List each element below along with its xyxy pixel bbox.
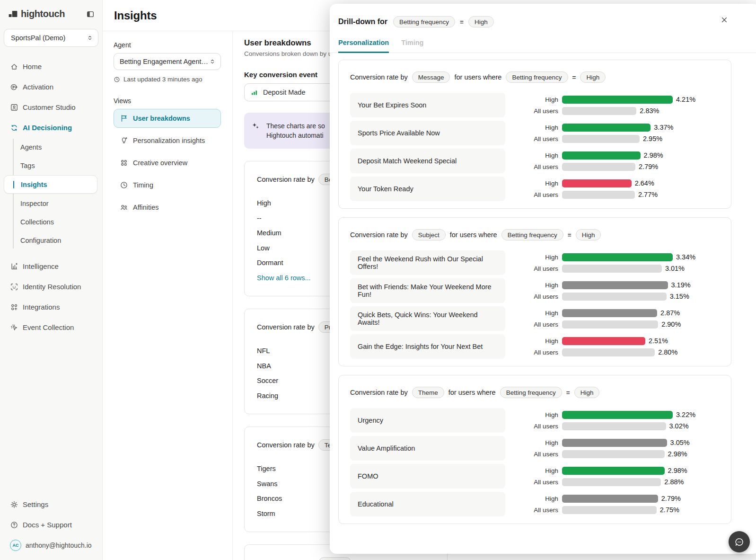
- sidebar-subitem-inspector[interactable]: Inspector: [0, 194, 102, 213]
- by-dimension-pill[interactable]: Theme: [412, 387, 444, 398]
- drilldown-card-message: Conversion rate by Message for users whe…: [338, 60, 731, 209]
- agent-label: Agent: [114, 41, 221, 49]
- primary-bar: [562, 467, 665, 475]
- primary-series-label: High: [524, 495, 558, 502]
- baseline-bar: [562, 163, 635, 171]
- view-item-personalization-insights[interactable]: Personalization insights: [114, 131, 221, 150]
- where-pill[interactable]: Betting frequency: [506, 71, 568, 83]
- primary-series-label: High: [524, 338, 558, 345]
- view-bulb-icon: [120, 136, 128, 145]
- sidebar-footer-item-label: anthony@hightouch.io: [26, 542, 92, 549]
- sidebar-item-label: Intelligence: [23, 262, 59, 270]
- view-item-label: Creative overview: [133, 159, 187, 167]
- tab-personalization[interactable]: Personalization: [338, 39, 389, 53]
- by-dimension-pill[interactable]: Subject: [412, 229, 446, 240]
- primary-bar: [562, 337, 645, 345]
- baseline-bar: [562, 191, 635, 199]
- baseline-bar: [562, 422, 666, 430]
- chat-bubble-icon: [734, 536, 745, 548]
- chart-row-bars: High 2.51% All users 2.80%: [524, 337, 677, 356]
- views-list: User breakdownsPersonalization insightsC…: [114, 109, 221, 217]
- sidebar-item-integrations[interactable]: Integrations: [0, 297, 102, 317]
- chart-rows: Feel the Weekend Rush with Our Special O…: [339, 250, 731, 359]
- sidebar-item-label: Activation: [23, 83, 53, 91]
- workspace-selector[interactable]: SportsPal (Demo): [4, 29, 98, 47]
- where-value-pill[interactable]: High: [576, 229, 601, 240]
- activation-icon: [10, 83, 18, 91]
- view-item-label: Timing: [133, 181, 153, 189]
- close-icon[interactable]: [721, 16, 728, 24]
- where-value-pill[interactable]: High: [574, 387, 600, 398]
- primary-value: 2.64%: [635, 179, 654, 187]
- sidebar-footer-item-anthony-hightouch-io[interactable]: ACanthony@hightouch.io: [0, 535, 102, 555]
- sidebar-item-customer-studio[interactable]: Customer Studio: [0, 97, 102, 117]
- primary-value: 4.21%: [676, 96, 695, 103]
- page-title: Insights: [114, 9, 157, 22]
- baseline-bar-line: All users 2.80%: [524, 348, 677, 356]
- baseline-value: 2.80%: [658, 348, 677, 356]
- sidebar-subitem-collections[interactable]: Collections: [0, 213, 102, 231]
- sidebar-subitem-agents[interactable]: Agents: [0, 138, 102, 156]
- sidebar-collapse-icon[interactable]: [86, 10, 95, 18]
- sidebar: hightouch SportsPal (Demo) HomeActivatio…: [0, 0, 103, 560]
- sidebar-item-label: AI Decisioning: [23, 124, 72, 132]
- where-pill[interactable]: Betting frequency: [500, 387, 562, 398]
- sidebar-footer-item-docs-support[interactable]: Docs + Support: [0, 515, 102, 535]
- sidebar-footer-item-settings[interactable]: Settings: [0, 494, 102, 515]
- view-breakdown-icon: [120, 114, 128, 123]
- where-pill[interactable]: Betting frequency: [501, 229, 563, 240]
- sidebar-item-activation[interactable]: Activation: [0, 77, 102, 97]
- chart-row: Feel the Weekend Rush with Our Special O…: [350, 250, 720, 275]
- view-item-affinities[interactable]: Affinities: [114, 198, 221, 217]
- chart-row-bars: High 3.19% All users 3.15%: [524, 281, 691, 301]
- dimension-pill[interactable]: Bet: [318, 557, 352, 560]
- sidebar-item-home[interactable]: Home: [0, 56, 102, 77]
- tab-timing[interactable]: Timing: [401, 39, 423, 53]
- baseline-series-label: All users: [524, 451, 558, 458]
- help-icon: [10, 521, 18, 529]
- sidebar-item-identity-resolution[interactable]: Identity Resolution: [0, 276, 102, 297]
- view-item-creative-overview[interactable]: Creative overview: [114, 153, 221, 172]
- primary-bar-line: High 2.79%: [524, 495, 681, 503]
- baseline-bar-line: All users 2.77%: [524, 191, 658, 199]
- chart-row: Quick Bets, Quick Wins: Your Weekend Awa…: [350, 306, 720, 331]
- sidebar-item-intelligence[interactable]: Intelligence: [0, 256, 102, 276]
- chart-row-label: FOMO: [350, 464, 505, 489]
- baseline-value: 2.83%: [640, 107, 659, 115]
- baseline-bar-line: All users 3.02%: [524, 422, 695, 430]
- baseline-bar: [562, 265, 662, 273]
- title-middle: for users where: [448, 389, 496, 396]
- card-title-prefix: Conversion rate by: [257, 441, 315, 449]
- baseline-value: 2.75%: [660, 506, 679, 514]
- sidebar-subitem-tags[interactable]: Tags: [0, 156, 102, 175]
- chart-row-bars: High 3.37% All users 2.95%: [524, 124, 673, 143]
- chart-row-label: Your Token Ready: [350, 177, 505, 201]
- where-value-pill[interactable]: High: [580, 71, 606, 83]
- customer-studio-icon: [10, 103, 18, 112]
- equals-sign: =: [568, 231, 571, 239]
- filter-pill[interactable]: Betting frequency: [393, 16, 455, 27]
- view-item-timing[interactable]: Timing: [114, 176, 221, 195]
- view-item-label: Personalization insights: [133, 137, 205, 144]
- baseline-value: 3.01%: [665, 265, 685, 272]
- sidebar-subitem-configuration[interactable]: Configuration: [0, 231, 102, 249]
- title-middle: for users where: [454, 73, 501, 81]
- by-dimension-pill[interactable]: Message: [412, 71, 450, 83]
- sidebar-item-label: Customer Studio: [23, 103, 76, 111]
- logo-row: hightouch: [0, 0, 102, 24]
- primary-value: 3.22%: [676, 411, 695, 418]
- agent-select[interactable]: Betting Engagement Agent (...: [114, 53, 221, 70]
- sidebar-subitem-insights[interactable]: Insights: [4, 175, 97, 194]
- view-item-user-breakdowns[interactable]: User breakdowns: [114, 109, 221, 128]
- chart-row-label: Value Amplification: [350, 436, 505, 461]
- sidebar-item-ai-decisioning[interactable]: AI Decisioning: [0, 117, 102, 138]
- primary-bar: [562, 495, 658, 503]
- primary-bar-line: High 3.05%: [524, 439, 690, 447]
- chat-widget-button[interactable]: [729, 531, 750, 552]
- primary-series-label: High: [524, 124, 558, 131]
- sidebar-item-event-collection[interactable]: Event Collection: [0, 317, 102, 338]
- filter-value-pill[interactable]: High: [468, 16, 494, 27]
- chart-row: Sports Price Available Now High 3.37% Al…: [350, 121, 720, 145]
- baseline-bar-line: All users 2.88%: [524, 478, 687, 486]
- workspace-name: SportsPal (Demo): [11, 34, 65, 42]
